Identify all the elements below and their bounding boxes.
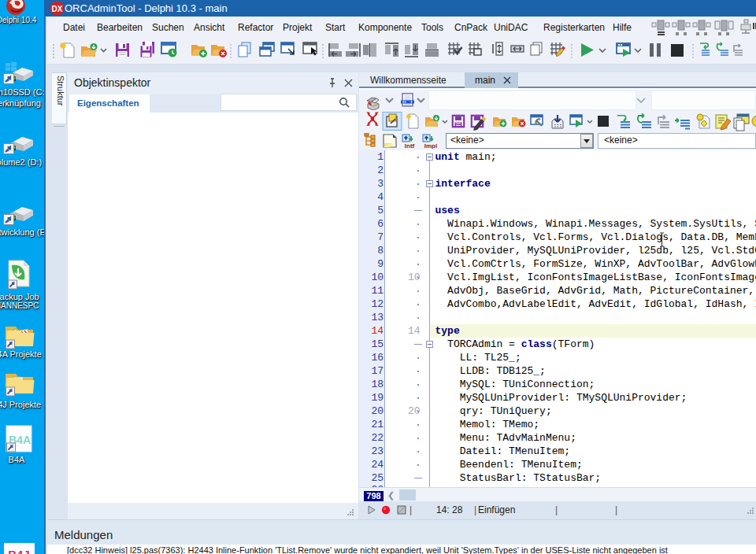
svg-text:Intf: Intf	[405, 142, 415, 149]
svg-text:DX: DX	[52, 5, 63, 13]
svg-text:Impl: Impl	[424, 142, 437, 149]
svg-text:B4J: B4J	[8, 548, 30, 554]
